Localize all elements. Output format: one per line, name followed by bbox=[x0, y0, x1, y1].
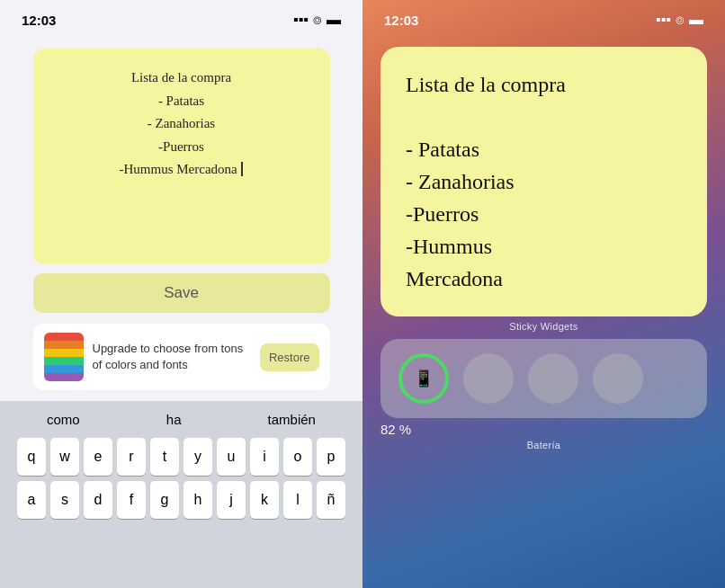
autocomplete-como[interactable]: como bbox=[47, 412, 80, 427]
key-h[interactable]: h bbox=[183, 481, 212, 519]
upgrade-bar: Upgrade to choose from tons of colors an… bbox=[33, 324, 330, 390]
keyboard-area: como ha también q w e r t y u i o p a s … bbox=[0, 401, 362, 588]
battery-widget: 📱 bbox=[380, 339, 707, 418]
wifi-icon: ⌾ bbox=[313, 12, 322, 28]
battery-icon-right: ▬ bbox=[689, 12, 703, 28]
restore-button[interactable]: Restore bbox=[260, 343, 319, 371]
circle-3 bbox=[528, 353, 578, 404]
key-f[interactable]: f bbox=[117, 481, 146, 519]
sticky-widgets-label: Sticky Widgets bbox=[362, 321, 725, 332]
rainbow-strip bbox=[44, 333, 84, 381]
key-p[interactable]: p bbox=[317, 438, 345, 476]
key-i[interactable]: i bbox=[250, 438, 279, 476]
status-time-right: 12:03 bbox=[384, 13, 418, 28]
key-e[interactable]: e bbox=[84, 438, 112, 476]
autocomplete-ha[interactable]: ha bbox=[166, 412, 182, 427]
key-g[interactable]: g bbox=[150, 481, 179, 519]
status-icons-right: ▪▪▪ ⌾ ▬ bbox=[656, 12, 703, 28]
circle-4 bbox=[593, 353, 643, 404]
key-j[interactable]: j bbox=[217, 481, 246, 519]
key-row-1: q w e r t y u i o p bbox=[17, 438, 345, 476]
signal-icon-right: ▪▪▪ bbox=[656, 12, 671, 28]
phone-left: 12:03 ▪▪▪ ⌾ ▬ Lista de la compra - Patat… bbox=[0, 0, 362, 588]
key-s[interactable]: s bbox=[50, 481, 79, 519]
key-r[interactable]: r bbox=[117, 438, 146, 476]
battery-circle: 📱 bbox=[398, 353, 449, 404]
note-text[interactable]: Lista de la compra - Patatas - Zanahoria… bbox=[55, 67, 309, 182]
phone-icon: 📱 bbox=[414, 369, 434, 388]
key-l[interactable]: l bbox=[283, 481, 312, 519]
key-u[interactable]: u bbox=[217, 438, 246, 476]
battery-percent: 82 % bbox=[380, 422, 707, 437]
battery-icon: ▬ bbox=[327, 12, 341, 28]
widget-note-text: Lista de la compra - Patatas - Zanahoria… bbox=[406, 68, 682, 295]
key-n-tilde[interactable]: ñ bbox=[317, 481, 345, 519]
wifi-icon-right: ⌾ bbox=[676, 12, 685, 28]
key-a[interactable]: a bbox=[17, 481, 46, 519]
key-row-2: a s d f g h j k l ñ bbox=[17, 481, 345, 519]
status-bar-left: 12:03 ▪▪▪ ⌾ ▬ bbox=[0, 0, 362, 40]
autocomplete-tambien[interactable]: también bbox=[268, 412, 316, 427]
circle-2 bbox=[463, 353, 514, 404]
note-card[interactable]: Lista de la compra - Patatas - Zanahoria… bbox=[33, 49, 330, 264]
signal-icon: ▪▪▪ bbox=[293, 12, 309, 28]
key-w[interactable]: w bbox=[50, 438, 79, 476]
note-widget: Lista de la compra - Patatas - Zanahoria… bbox=[380, 47, 707, 316]
phone-right: 12:03 ▪▪▪ ⌾ ▬ Lista de la compra - Patat… bbox=[362, 0, 725, 588]
key-o[interactable]: o bbox=[283, 438, 312, 476]
save-button[interactable]: Save bbox=[33, 273, 330, 313]
key-y[interactable]: y bbox=[183, 438, 212, 476]
key-q[interactable]: q bbox=[17, 438, 46, 476]
upgrade-text: Upgrade to choose from tons of colors an… bbox=[93, 341, 251, 373]
status-time-left: 12:03 bbox=[22, 13, 56, 28]
key-t[interactable]: t bbox=[150, 438, 179, 476]
autocomplete-row: como ha también bbox=[4, 408, 359, 432]
status-bar-right: 12:03 ▪▪▪ ⌾ ▬ bbox=[362, 0, 725, 40]
key-k[interactable]: k bbox=[250, 481, 279, 519]
status-icons-left: ▪▪▪ ⌾ ▬ bbox=[293, 12, 341, 28]
battery-label: Batería bbox=[362, 440, 725, 450]
key-d[interactable]: d bbox=[84, 481, 112, 519]
save-area: Save bbox=[33, 273, 330, 313]
